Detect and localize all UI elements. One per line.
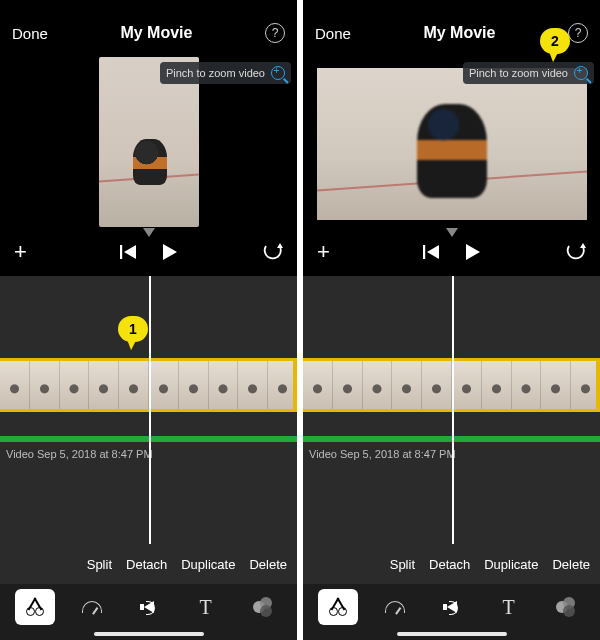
- zoom-hint-label: Pinch to zoom video: [166, 67, 265, 79]
- undo-button[interactable]: [261, 243, 283, 261]
- add-media-button[interactable]: +: [317, 239, 330, 265]
- titles-tool-button[interactable]: T: [186, 589, 226, 625]
- clip-metadata: Video Sep 5, 2018 at 8:47 PM: [6, 448, 153, 460]
- zoom-hint-label: Pinch to zoom video: [469, 67, 568, 79]
- filters-icon: [556, 597, 576, 617]
- filters-tool-button[interactable]: [243, 589, 283, 625]
- screen-after: Done My Movie ? 2 Pinch to zoom video +: [303, 0, 600, 640]
- done-button[interactable]: Done: [315, 25, 351, 42]
- video-preview[interactable]: Pinch to zoom video: [0, 56, 297, 228]
- filters-tool-button[interactable]: [546, 589, 586, 625]
- split-button[interactable]: Split: [390, 557, 415, 572]
- svg-marker-7: [580, 243, 586, 248]
- split-button[interactable]: Split: [87, 557, 112, 572]
- project-title: My Movie: [120, 24, 192, 42]
- annotation-callout-1: 1: [118, 316, 148, 342]
- home-indicator[interactable]: [397, 632, 507, 636]
- play-button[interactable]: [463, 243, 481, 261]
- clip-actions-bar: Split Detach Duplicate Delete: [0, 544, 297, 584]
- header-bar: Done My Movie ?: [0, 0, 297, 56]
- speedometer-icon: [385, 601, 405, 613]
- svg-marker-6: [466, 244, 480, 260]
- magnifier-plus-icon: [574, 66, 588, 80]
- duplicate-button[interactable]: Duplicate: [484, 557, 538, 572]
- bottom-toolbar: T: [0, 584, 297, 640]
- volume-tool-button[interactable]: [432, 589, 472, 625]
- scissors-icon: [329, 598, 347, 616]
- pinch-zoom-hint[interactable]: Pinch to zoom video: [160, 62, 291, 84]
- speed-tool-button[interactable]: [375, 589, 415, 625]
- svg-rect-0: [120, 245, 122, 259]
- detach-button[interactable]: Detach: [126, 557, 167, 572]
- svg-marker-2: [163, 244, 177, 260]
- duplicate-button[interactable]: Duplicate: [181, 557, 235, 572]
- volume-tool-button[interactable]: [129, 589, 169, 625]
- svg-marker-5: [427, 245, 439, 259]
- preview-frame-landscape: [317, 68, 587, 220]
- transport-bar: +: [303, 228, 600, 276]
- playhead[interactable]: [149, 276, 151, 584]
- svg-marker-1: [124, 245, 136, 259]
- help-icon[interactable]: ?: [265, 23, 285, 43]
- bottom-toolbar: T: [303, 584, 600, 640]
- cut-tool-button[interactable]: [318, 589, 358, 625]
- screen-before: Done My Movie ? Pinch to zoom video +: [0, 0, 297, 640]
- text-icon: T: [199, 596, 211, 619]
- timeline[interactable]: 1 Video Sep 5, 2018 at 8:47 PM Split Det…: [0, 276, 297, 584]
- filters-icon: [253, 597, 273, 617]
- speed-tool-button[interactable]: [72, 589, 112, 625]
- add-media-button[interactable]: +: [14, 239, 27, 265]
- annotation-callout-2: 2: [540, 28, 570, 54]
- clip-metadata: Video Sep 5, 2018 at 8:47 PM: [309, 448, 456, 460]
- playhead-marker-icon: [143, 228, 155, 237]
- done-button[interactable]: Done: [12, 25, 48, 42]
- delete-button[interactable]: Delete: [249, 557, 287, 572]
- play-button[interactable]: [160, 243, 178, 261]
- video-preview[interactable]: Pinch to zoom video: [303, 56, 600, 228]
- scissors-icon: [26, 598, 44, 616]
- delete-button[interactable]: Delete: [552, 557, 590, 572]
- svg-rect-4: [423, 245, 425, 259]
- project-title: My Movie: [423, 24, 495, 42]
- prev-start-button[interactable]: [120, 244, 138, 260]
- text-icon: T: [502, 596, 514, 619]
- titles-tool-button[interactable]: T: [489, 589, 529, 625]
- speaker-icon: [144, 601, 154, 613]
- transport-bar: +: [0, 228, 297, 276]
- timeline[interactable]: Video Sep 5, 2018 at 8:47 PM Split Detac…: [303, 276, 600, 584]
- undo-button[interactable]: [564, 243, 586, 261]
- help-icon[interactable]: ?: [568, 23, 588, 43]
- pinch-zoom-hint[interactable]: Pinch to zoom video: [463, 62, 594, 84]
- prev-start-button[interactable]: [423, 244, 441, 260]
- detach-button[interactable]: Detach: [429, 557, 470, 572]
- speaker-icon: [447, 601, 457, 613]
- playhead[interactable]: [452, 276, 454, 584]
- magnifier-plus-icon: [271, 66, 285, 80]
- home-indicator[interactable]: [94, 632, 204, 636]
- speedometer-icon: [82, 601, 102, 613]
- clip-actions-bar: Split Detach Duplicate Delete: [303, 544, 600, 584]
- playhead-marker-icon: [446, 228, 458, 237]
- svg-marker-3: [277, 243, 283, 248]
- cut-tool-button[interactable]: [15, 589, 55, 625]
